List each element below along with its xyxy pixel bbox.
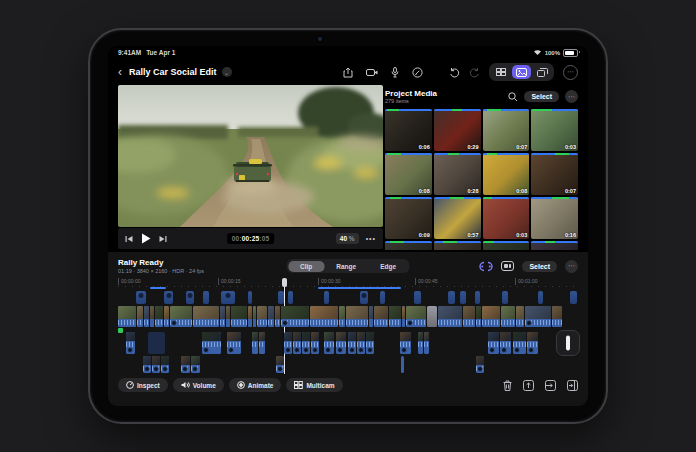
timeline-clip-audio[interactable] (259, 332, 265, 354)
timeline-clip-video[interactable] (268, 306, 274, 327)
timeline-select-button[interactable]: Select (522, 261, 557, 272)
timeline-clip-video[interactable] (402, 306, 405, 327)
timeline-clip-audio[interactable] (311, 332, 319, 354)
timeline-clip-video[interactable] (346, 306, 368, 327)
skip-forward-icon[interactable] (159, 235, 167, 243)
media-thumbnail[interactable]: 0:08 (483, 153, 530, 195)
viewer-video[interactable] (118, 85, 383, 227)
media-thumbnail[interactable] (483, 241, 530, 250)
lift-icon[interactable] (523, 380, 534, 391)
back-chevron-icon[interactable]: ‹ (118, 66, 122, 78)
timeline-clip-audio[interactable] (418, 332, 423, 354)
timeline-clip-audio[interactable] (284, 332, 292, 354)
mode-range[interactable]: Range (324, 261, 368, 272)
timeline-clip-title[interactable] (324, 291, 329, 304)
clips-overlay-icon[interactable] (533, 65, 552, 79)
timeline-clip-audio[interactable] (513, 332, 526, 354)
skip-back-icon[interactable] (125, 235, 133, 243)
timeline-clip-video[interactable] (281, 306, 309, 327)
media-thumbnail[interactable]: 0:08 (385, 153, 432, 195)
media-thumbnail[interactable] (531, 241, 578, 250)
volume-button[interactable]: Volume (173, 378, 224, 392)
timeline-clip-audio[interactable] (152, 356, 160, 373)
play-icon[interactable] (141, 233, 151, 244)
inspect-button[interactable]: Inspect (118, 378, 168, 392)
timeline-clip-audio[interactable] (302, 332, 310, 354)
multicam-button[interactable]: Multicam (286, 378, 342, 392)
timeline-clip-audio[interactable] (126, 332, 135, 354)
mic-icon[interactable] (391, 67, 399, 78)
timeline-clip-audio[interactable] (424, 332, 429, 354)
timeline-clip-video[interactable] (516, 306, 524, 327)
timeline-clip-video[interactable] (310, 306, 338, 327)
timeline-clip-video[interactable] (155, 306, 163, 327)
media-thumbnail[interactable]: 0:29 (434, 109, 481, 151)
timeline-clip-title[interactable] (448, 291, 455, 304)
timeline-clip-video[interactable] (137, 306, 143, 327)
timeline-clip-audio[interactable] (357, 332, 365, 354)
timeline-clip-video[interactable] (482, 306, 500, 327)
media-thumbnail[interactable]: 0:16 (531, 197, 578, 239)
timeline-clip-video[interactable] (438, 306, 462, 327)
timeline-clip-video[interactable] (501, 306, 515, 327)
jog-wheel[interactable] (556, 330, 580, 356)
toolbar-more-icon[interactable]: ⋯ (563, 65, 578, 80)
timeline-clip-title[interactable] (203, 291, 209, 304)
chevron-down-icon[interactable]: ⌄ (222, 67, 232, 77)
timecode-display[interactable]: 00:00:25:05 (227, 233, 275, 244)
media-thumbnail[interactable]: 0:07 (531, 153, 578, 195)
insert-icon[interactable] (545, 380, 556, 391)
voiceover-pencil-icon[interactable] (412, 67, 423, 78)
camera-icon[interactable] (366, 68, 378, 77)
timeline-clip-title[interactable] (164, 291, 173, 304)
timeline-clip-video[interactable] (389, 306, 401, 327)
snapping-icon[interactable] (479, 261, 493, 272)
timeline-clip-title[interactable] (460, 291, 466, 304)
timeline-clip-video[interactable] (374, 306, 388, 327)
timeline-clip-audio[interactable] (527, 332, 538, 354)
mode-edge[interactable]: Edge (368, 261, 408, 272)
animate-button[interactable]: Animate (229, 378, 282, 392)
timeline-clip-title[interactable] (360, 291, 368, 304)
timeline-clip-video[interactable] (226, 306, 230, 327)
timeline-clip-title[interactable] (502, 291, 508, 304)
timeline-clip-video[interactable] (193, 306, 219, 327)
timeline-clip-video[interactable] (525, 306, 551, 327)
media-thumbnail[interactable]: 0:09 (385, 197, 432, 239)
timeline-clip-title[interactable] (414, 291, 421, 304)
timeline-clip-audio[interactable] (276, 356, 284, 373)
timeline-clip-audio[interactable] (476, 356, 484, 373)
timeline-clip-video[interactable] (164, 306, 169, 327)
timeline-canvas[interactable]: 00:00:0000:00:1500:00:3000:00:4500:01:00 (118, 278, 578, 374)
timeline-clip-title[interactable] (380, 291, 385, 304)
timeline-clip-video[interactable] (406, 306, 426, 327)
timeline-clip-audio[interactable] (401, 356, 404, 373)
viewer-more-icon[interactable]: ••• (366, 235, 376, 242)
timeline-clip-video[interactable] (170, 306, 192, 327)
timeline-clip-video[interactable] (463, 306, 475, 327)
timeline-clip-audio[interactable] (500, 332, 511, 354)
media-thumbnail[interactable] (434, 241, 481, 250)
timeline-clip-audio[interactable] (202, 332, 221, 354)
timeline-clip-green[interactable] (118, 328, 123, 333)
mode-clip[interactable]: Clip (288, 261, 324, 272)
timeline-clip-video[interactable] (476, 306, 481, 327)
timeline-clip-audio[interactable] (148, 332, 165, 354)
timeline-clip-video[interactable] (220, 306, 225, 327)
timeline-clip-video[interactable] (231, 306, 247, 327)
redo-icon[interactable] (469, 67, 480, 78)
timeline-clip-audio[interactable] (252, 332, 258, 354)
timeline-clip-audio[interactable] (191, 356, 200, 373)
timeline-clip-video[interactable] (339, 306, 345, 327)
timeline-clip-title[interactable] (475, 291, 480, 304)
timeline-clip-audio[interactable] (143, 356, 151, 373)
search-icon[interactable] (508, 92, 518, 102)
timeline-clip-title[interactable] (221, 291, 235, 304)
timeline-clip-video[interactable] (552, 306, 562, 327)
timeline-clip-title[interactable] (570, 291, 577, 304)
timeline-clip-audio[interactable] (324, 332, 334, 354)
viewer-zoom-button[interactable]: 40 % (336, 233, 359, 244)
timeline-clip-audio[interactable] (161, 356, 169, 373)
timeline-clip-audio[interactable] (348, 332, 356, 354)
timeline-clip-audio[interactable] (181, 356, 190, 373)
